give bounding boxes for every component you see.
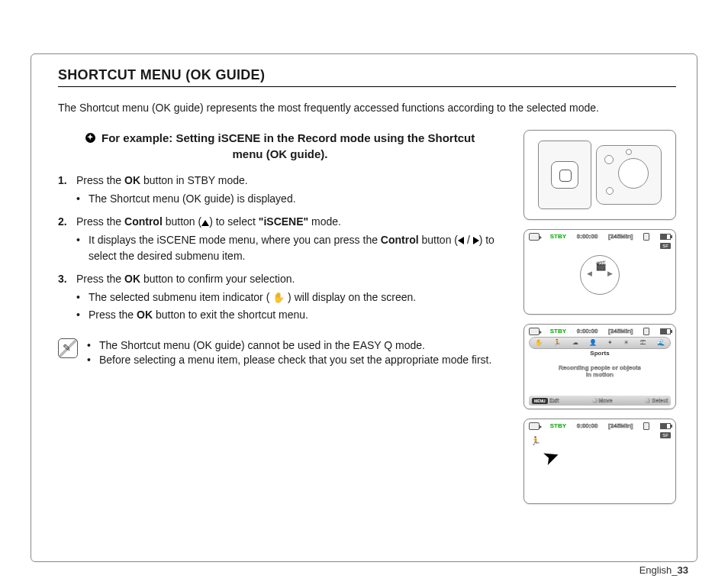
card-icon (643, 233, 649, 241)
scene-icon: 🌊 (657, 339, 665, 346)
triangle-right-icon (473, 237, 479, 244)
device-screen-flip-icon (596, 145, 662, 205)
camera-mode-icon (529, 328, 540, 335)
note-2: Before selecting a menu item, please che… (87, 353, 491, 368)
sports-indicator-icon: 🏃 (530, 436, 541, 446)
lcd-screen-iscene-menu: STBY 0:00:00 [245Min] ✋ 🏃 ☁ 👤 ✦ ☀ ⛱ 🌊 Sp (523, 324, 676, 409)
scene-icon: ⛱ (640, 339, 646, 346)
scene-icon: ☀ (623, 339, 629, 346)
camera-mode-icon (529, 233, 540, 241)
note-box: The Shortcut menu (OK guide) cannot be u… (58, 338, 510, 368)
format-icon: SF (660, 243, 671, 249)
triangle-left-icon (458, 237, 464, 244)
page-footer: English_33 (639, 564, 688, 576)
menu-bottom-bar: MENUExit Move Select (529, 396, 671, 406)
scene-icon: ☁ (572, 339, 578, 346)
menu-pill: MENU (532, 398, 548, 404)
lcd-screen-result: STBY 0:00:00 [245Min] SF 🏃 ➤ (523, 419, 676, 504)
steps-list: Press the OK button in STBY mode. The Sh… (58, 173, 510, 323)
select-dot-icon (645, 398, 650, 403)
battery-icon (660, 234, 671, 240)
select-label: Select (652, 398, 668, 403)
rec-time: 0:00:00 (577, 328, 598, 335)
card-icon (643, 328, 649, 335)
stby-label: STBY (550, 328, 566, 335)
scene-icon: ✦ (607, 339, 613, 346)
camera-mode-icon (529, 422, 540, 430)
example-heading-line2: menu (OK guide). (233, 147, 328, 160)
page-content: SHORTCUT MENU (OK GUIDE) The Shortcut me… (43, 46, 691, 513)
right-column: STBY 0:00:00 [245Min] SF 🎬 STBY 0:00:00 (523, 130, 676, 513)
device-body-icon (538, 141, 591, 209)
scene-icon: ✋ (535, 339, 543, 346)
lcd-screen-dial: STBY 0:00:00 [245Min] SF 🎬 (523, 229, 676, 315)
step-3-sub-1: The selected submenu item indicator ( ✋ … (76, 289, 510, 305)
note-1: The Shortcut menu (OK guide) cannot be u… (87, 338, 491, 354)
scene-description: Recording people or objects in motion (529, 364, 671, 379)
battery-icon (660, 328, 671, 335)
remain-time: [245Min] (608, 233, 633, 240)
step-2: Press the Control button () to select "i… (58, 214, 510, 263)
device-control-pad-icon (551, 161, 578, 189)
example-heading: For example: Setting iSCENE in the Recor… (58, 130, 510, 162)
footer-page-number: 33 (678, 564, 688, 576)
rec-time: 0:00:00 (577, 422, 598, 429)
device-illustration (523, 130, 676, 220)
card-icon (643, 422, 649, 430)
battery-icon (660, 423, 671, 429)
intro-text: The Shortcut menu (OK guide) represents … (58, 101, 676, 116)
note-icon (58, 338, 78, 358)
step-1-sub-1: The Shortcut menu (OK guide) is displaye… (76, 191, 510, 206)
format-icon: SF (660, 432, 671, 438)
remain-time: [245Min] (608, 328, 633, 335)
step-3: Press the OK button to confirm your sele… (58, 271, 510, 322)
step-1: Press the OK button in STBY mode. The Sh… (58, 173, 510, 207)
move-label: Move (599, 398, 613, 403)
selected-scene-label: Sports (529, 350, 671, 357)
scene-icon: 🏃 (553, 339, 561, 346)
shortcut-dial-icon: 🎬 (580, 255, 620, 295)
dial-top-icon: 🎬 (595, 260, 607, 271)
bullet-decor-icon (85, 133, 95, 143)
section-heading: SHORTCUT MENU (OK GUIDE) (58, 67, 676, 87)
iscene-icon-bar: ✋ 🏃 ☁ 👤 ✦ ☀ ⛱ 🌊 (529, 337, 671, 349)
step-2-sub-1: It displays the iSCENE mode menu, where … (76, 232, 510, 263)
stby-label: STBY (550, 233, 566, 240)
move-dot-icon (592, 398, 598, 403)
cursor-arrow-icon: ➤ (539, 443, 562, 471)
left-column: For example: Setting iSCENE in the Recor… (58, 130, 510, 513)
exit-label: Exit (549, 398, 559, 403)
hand-indicator-icon: ✋ (272, 292, 285, 303)
rec-time: 0:00:00 (577, 233, 598, 240)
remain-time: [245Min] (608, 422, 633, 429)
scene-icon: 👤 (589, 339, 597, 346)
triangle-up-icon (201, 220, 209, 226)
footer-language: English (639, 564, 672, 576)
example-heading-line1: For example: Setting iSCENE in the Recor… (101, 131, 475, 144)
stby-label: STBY (550, 422, 566, 429)
step-3-sub-2: Press the OK button to exit the shortcut… (76, 307, 510, 322)
